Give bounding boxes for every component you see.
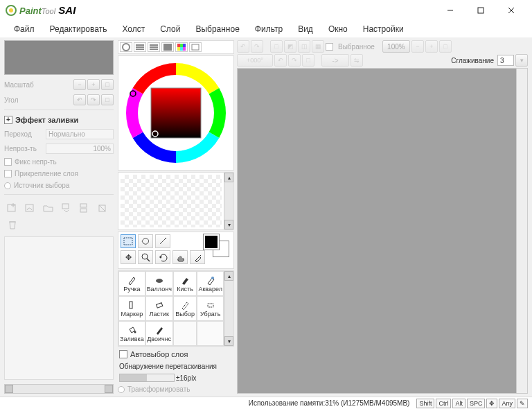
tool-magic-wand[interactable] bbox=[155, 234, 170, 248]
window-minimize-button[interactable] bbox=[435, 1, 466, 20]
undo-button[interactable]: ↶ bbox=[237, 40, 249, 53]
swatch-panel[interactable]: ▴▾ bbox=[118, 172, 234, 230]
svg-rect-10 bbox=[62, 204, 69, 209]
rotate-ccw-button[interactable]: ↶ bbox=[274, 54, 287, 67]
delete-layer-button[interactable] bbox=[6, 218, 19, 231]
key-any: Any bbox=[499, 399, 515, 408]
transfer-down-button[interactable] bbox=[60, 202, 73, 214]
new-folder-button[interactable] bbox=[42, 202, 55, 214]
color-hsv-tab[interactable] bbox=[148, 42, 160, 52]
color-rgb-tab[interactable] bbox=[134, 42, 146, 52]
svg-point-1 bbox=[9, 8, 13, 12]
rotate-cw-button[interactable]: ↷ bbox=[288, 54, 301, 67]
menu-edit[interactable]: Редактировать bbox=[43, 22, 114, 36]
nav-zoom-in[interactable]: + bbox=[87, 79, 100, 90]
nav-rotate-reset[interactable]: □ bbox=[101, 94, 114, 105]
menu-settings[interactable]: Настройки bbox=[356, 22, 411, 36]
brush-vscroll[interactable]: ▴▾ bbox=[224, 271, 233, 346]
menu-view[interactable]: Вид bbox=[291, 22, 320, 36]
navigator-preview[interactable] bbox=[4, 40, 114, 75]
brush-marker[interactable]: Маркер bbox=[118, 296, 145, 321]
nav-scale-label: Масштаб bbox=[4, 81, 43, 89]
menu-window[interactable]: Окно bbox=[321, 22, 355, 36]
angle-display[interactable]: +000° bbox=[237, 54, 273, 67]
svg-rect-35 bbox=[124, 238, 132, 245]
tool-eyedropper[interactable] bbox=[190, 250, 205, 264]
brush-empty-1[interactable] bbox=[173, 321, 197, 346]
memory-usage: Использование памяти:31% (И1275MB/M4095M… bbox=[249, 399, 410, 407]
brush-select-erase[interactable]: Убрать bbox=[197, 296, 224, 321]
color-wheel[interactable] bbox=[118, 55, 234, 171]
smoothing-value[interactable]: 3 bbox=[497, 55, 514, 66]
menu-canvas[interactable]: Холст bbox=[115, 22, 152, 36]
menu-filter[interactable]: Фильтр bbox=[248, 22, 290, 36]
brush-brush[interactable]: Кисть bbox=[173, 271, 197, 296]
brush-eraser[interactable]: Ластик bbox=[145, 296, 173, 321]
canvas[interactable] bbox=[238, 69, 516, 393]
key-shift: Shift bbox=[416, 399, 434, 408]
tool-lasso[interactable] bbox=[138, 234, 153, 248]
brush-binary[interactable]: Двоичнс bbox=[145, 321, 173, 346]
blend-mode-select[interactable]: Нормально bbox=[46, 129, 114, 139]
flip-button[interactable]: -> bbox=[321, 54, 349, 67]
tool-rect-select[interactable] bbox=[121, 234, 136, 248]
canvas-vscroll[interactable] bbox=[516, 69, 527, 393]
tool-move[interactable]: ✥ bbox=[121, 250, 136, 264]
fg-bg-color[interactable] bbox=[204, 234, 231, 248]
layer-hscroll[interactable] bbox=[4, 384, 114, 394]
show-sel-button[interactable]: ◫ bbox=[298, 40, 310, 53]
canvas-panel: ↶ ↷ □ ◩ ◫ ▦ Выбранное 100% − + □ +000° ↶… bbox=[236, 37, 532, 397]
nav-rotate-ccw[interactable]: ↶ bbox=[73, 94, 86, 105]
menu-layer[interactable]: Слой bbox=[153, 22, 187, 36]
nav-rotate-cw[interactable]: ↷ bbox=[87, 94, 100, 105]
opacity-slider[interactable]: 100% bbox=[46, 143, 114, 154]
swatch-vscroll[interactable]: ▴▾ bbox=[224, 173, 233, 229]
autoselect-layer-checkbox[interactable]: Автовыбор слоя bbox=[118, 348, 234, 360]
clip-layer-checkbox[interactable]: Прикрепление слоя bbox=[4, 169, 114, 178]
smoothing-dropdown[interactable]: ▾ bbox=[515, 54, 528, 67]
color-scratchpad-tab[interactable] bbox=[189, 42, 202, 52]
redo-button[interactable]: ↷ bbox=[251, 40, 263, 53]
brush-watercolor[interactable]: Акварел bbox=[197, 271, 224, 296]
merge-down-button[interactable] bbox=[78, 202, 91, 214]
brush-bucket[interactable]: Заливка bbox=[118, 321, 145, 346]
statusbar: Использование памяти:31% (И1275MB/M4095M… bbox=[0, 397, 532, 409]
color-wheel-tab[interactable] bbox=[120, 42, 132, 52]
menu-selection[interactable]: Выбранное bbox=[188, 22, 246, 36]
selection-source-radio[interactable]: Источник выбора bbox=[4, 181, 114, 190]
tool-hand[interactable] bbox=[172, 250, 188, 264]
tool-zoom[interactable] bbox=[138, 250, 153, 264]
fill-effect-header[interactable]: + Эффект заливки bbox=[4, 114, 114, 125]
brush-empty-2[interactable] bbox=[197, 321, 224, 346]
layer-list[interactable] bbox=[4, 236, 114, 380]
rotate-reset-button[interactable]: □ bbox=[302, 54, 314, 67]
svg-rect-26 bbox=[177, 47, 180, 51]
transform-radio[interactable]: Трансформировать bbox=[118, 385, 234, 394]
new-layer-button[interactable] bbox=[6, 202, 19, 214]
zoom-fit-button[interactable]: □ bbox=[439, 40, 452, 53]
flip-h-button[interactable]: ⇋ bbox=[351, 54, 363, 67]
zoom-out-button[interactable]: − bbox=[411, 40, 424, 53]
menu-file[interactable]: Файл bbox=[7, 22, 42, 36]
drag-detect-slider[interactable]: ±16pix bbox=[118, 372, 234, 383]
hide-sel-button[interactable]: ▦ bbox=[312, 40, 324, 53]
clear-layer-button[interactable] bbox=[96, 202, 109, 214]
brush-pen[interactable]: Ручка bbox=[118, 271, 145, 296]
brush-airbrush[interactable]: Баллонч bbox=[145, 271, 173, 296]
window-close-button[interactable] bbox=[496, 1, 526, 20]
window-maximize-button[interactable] bbox=[466, 1, 496, 20]
invert-sel-button[interactable]: ◩ bbox=[284, 40, 296, 53]
deselect-button[interactable]: □ bbox=[270, 40, 283, 53]
nav-zoom-reset[interactable]: □ bbox=[101, 79, 114, 90]
color-mixer-tab[interactable] bbox=[161, 42, 174, 52]
tool-rotate[interactable] bbox=[155, 250, 170, 264]
color-swatches-tab[interactable] bbox=[175, 42, 188, 52]
brush-select-pen[interactable]: Выбор bbox=[173, 296, 197, 321]
nav-zoom-out[interactable]: − bbox=[73, 79, 86, 90]
lock-opacity-checkbox[interactable]: Фикс непр-ть bbox=[4, 157, 114, 166]
left-panel: Масштаб − + □ Угол ↶ ↷ □ + Эффект заливк… bbox=[0, 37, 116, 397]
drag-detect-label: Обнаружение перетаскивания bbox=[118, 362, 234, 371]
zoom-display[interactable]: 100% bbox=[382, 40, 410, 53]
new-linework-button[interactable] bbox=[24, 202, 37, 214]
zoom-in-button[interactable]: + bbox=[425, 40, 438, 53]
